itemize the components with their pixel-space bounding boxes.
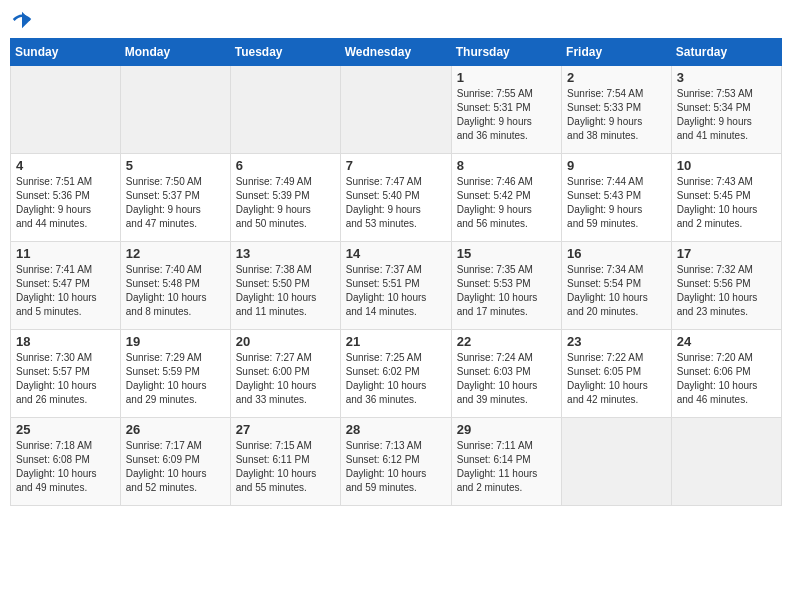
day-number: 14 bbox=[346, 246, 446, 261]
day-number: 2 bbox=[567, 70, 666, 85]
day-number: 16 bbox=[567, 246, 666, 261]
day-number: 6 bbox=[236, 158, 335, 173]
page-header bbox=[10, 10, 782, 30]
calendar-header-sunday: Sunday bbox=[11, 39, 121, 66]
day-info: Sunrise: 7:22 AMSunset: 6:05 PMDaylight:… bbox=[567, 351, 666, 407]
day-number: 3 bbox=[677, 70, 776, 85]
day-number: 29 bbox=[457, 422, 556, 437]
calendar-week-2: 4Sunrise: 7:51 AMSunset: 5:36 PMDaylight… bbox=[11, 154, 782, 242]
calendar-cell: 17Sunrise: 7:32 AMSunset: 5:56 PMDayligh… bbox=[671, 242, 781, 330]
day-info: Sunrise: 7:41 AMSunset: 5:47 PMDaylight:… bbox=[16, 263, 115, 319]
day-info: Sunrise: 7:37 AMSunset: 5:51 PMDaylight:… bbox=[346, 263, 446, 319]
day-info: Sunrise: 7:46 AMSunset: 5:42 PMDaylight:… bbox=[457, 175, 556, 231]
calendar-cell: 26Sunrise: 7:17 AMSunset: 6:09 PMDayligh… bbox=[120, 418, 230, 506]
day-number: 5 bbox=[126, 158, 225, 173]
logo bbox=[10, 10, 32, 30]
day-number: 22 bbox=[457, 334, 556, 349]
day-number: 19 bbox=[126, 334, 225, 349]
calendar-cell bbox=[340, 66, 451, 154]
calendar-cell: 3Sunrise: 7:53 AMSunset: 5:34 PMDaylight… bbox=[671, 66, 781, 154]
day-info: Sunrise: 7:43 AMSunset: 5:45 PMDaylight:… bbox=[677, 175, 776, 231]
day-info: Sunrise: 7:17 AMSunset: 6:09 PMDaylight:… bbox=[126, 439, 225, 495]
day-info: Sunrise: 7:55 AMSunset: 5:31 PMDaylight:… bbox=[457, 87, 556, 143]
day-number: 13 bbox=[236, 246, 335, 261]
logo-icon bbox=[12, 10, 32, 30]
calendar-cell: 1Sunrise: 7:55 AMSunset: 5:31 PMDaylight… bbox=[451, 66, 561, 154]
calendar-header-friday: Friday bbox=[562, 39, 672, 66]
calendar-cell: 23Sunrise: 7:22 AMSunset: 6:05 PMDayligh… bbox=[562, 330, 672, 418]
calendar-cell bbox=[562, 418, 672, 506]
day-number: 1 bbox=[457, 70, 556, 85]
day-info: Sunrise: 7:18 AMSunset: 6:08 PMDaylight:… bbox=[16, 439, 115, 495]
calendar-cell: 2Sunrise: 7:54 AMSunset: 5:33 PMDaylight… bbox=[562, 66, 672, 154]
day-number: 8 bbox=[457, 158, 556, 173]
calendar-cell: 22Sunrise: 7:24 AMSunset: 6:03 PMDayligh… bbox=[451, 330, 561, 418]
calendar-cell: 5Sunrise: 7:50 AMSunset: 5:37 PMDaylight… bbox=[120, 154, 230, 242]
day-info: Sunrise: 7:47 AMSunset: 5:40 PMDaylight:… bbox=[346, 175, 446, 231]
day-info: Sunrise: 7:50 AMSunset: 5:37 PMDaylight:… bbox=[126, 175, 225, 231]
calendar-cell: 13Sunrise: 7:38 AMSunset: 5:50 PMDayligh… bbox=[230, 242, 340, 330]
calendar-cell: 20Sunrise: 7:27 AMSunset: 6:00 PMDayligh… bbox=[230, 330, 340, 418]
day-info: Sunrise: 7:24 AMSunset: 6:03 PMDaylight:… bbox=[457, 351, 556, 407]
calendar-cell bbox=[120, 66, 230, 154]
day-number: 24 bbox=[677, 334, 776, 349]
day-number: 18 bbox=[16, 334, 115, 349]
calendar-cell: 6Sunrise: 7:49 AMSunset: 5:39 PMDaylight… bbox=[230, 154, 340, 242]
day-info: Sunrise: 7:11 AMSunset: 6:14 PMDaylight:… bbox=[457, 439, 556, 495]
calendar-header-saturday: Saturday bbox=[671, 39, 781, 66]
day-number: 10 bbox=[677, 158, 776, 173]
calendar-cell: 9Sunrise: 7:44 AMSunset: 5:43 PMDaylight… bbox=[562, 154, 672, 242]
day-number: 9 bbox=[567, 158, 666, 173]
calendar-cell: 15Sunrise: 7:35 AMSunset: 5:53 PMDayligh… bbox=[451, 242, 561, 330]
day-info: Sunrise: 7:51 AMSunset: 5:36 PMDaylight:… bbox=[16, 175, 115, 231]
day-info: Sunrise: 7:27 AMSunset: 6:00 PMDaylight:… bbox=[236, 351, 335, 407]
calendar-cell: 10Sunrise: 7:43 AMSunset: 5:45 PMDayligh… bbox=[671, 154, 781, 242]
day-number: 26 bbox=[126, 422, 225, 437]
calendar-cell: 16Sunrise: 7:34 AMSunset: 5:54 PMDayligh… bbox=[562, 242, 672, 330]
calendar-header-wednesday: Wednesday bbox=[340, 39, 451, 66]
day-info: Sunrise: 7:30 AMSunset: 5:57 PMDaylight:… bbox=[16, 351, 115, 407]
day-info: Sunrise: 7:29 AMSunset: 5:59 PMDaylight:… bbox=[126, 351, 225, 407]
day-info: Sunrise: 7:35 AMSunset: 5:53 PMDaylight:… bbox=[457, 263, 556, 319]
calendar-cell: 24Sunrise: 7:20 AMSunset: 6:06 PMDayligh… bbox=[671, 330, 781, 418]
day-number: 11 bbox=[16, 246, 115, 261]
calendar-cell: 19Sunrise: 7:29 AMSunset: 5:59 PMDayligh… bbox=[120, 330, 230, 418]
day-number: 20 bbox=[236, 334, 335, 349]
calendar-cell: 29Sunrise: 7:11 AMSunset: 6:14 PMDayligh… bbox=[451, 418, 561, 506]
calendar-cell bbox=[230, 66, 340, 154]
calendar-table: SundayMondayTuesdayWednesdayThursdayFrid… bbox=[10, 38, 782, 506]
day-number: 23 bbox=[567, 334, 666, 349]
calendar-cell: 25Sunrise: 7:18 AMSunset: 6:08 PMDayligh… bbox=[11, 418, 121, 506]
day-info: Sunrise: 7:49 AMSunset: 5:39 PMDaylight:… bbox=[236, 175, 335, 231]
day-number: 25 bbox=[16, 422, 115, 437]
calendar-header-monday: Monday bbox=[120, 39, 230, 66]
calendar-cell bbox=[671, 418, 781, 506]
calendar-cell: 4Sunrise: 7:51 AMSunset: 5:36 PMDaylight… bbox=[11, 154, 121, 242]
day-number: 27 bbox=[236, 422, 335, 437]
calendar-week-5: 25Sunrise: 7:18 AMSunset: 6:08 PMDayligh… bbox=[11, 418, 782, 506]
calendar-cell: 8Sunrise: 7:46 AMSunset: 5:42 PMDaylight… bbox=[451, 154, 561, 242]
day-number: 28 bbox=[346, 422, 446, 437]
day-info: Sunrise: 7:15 AMSunset: 6:11 PMDaylight:… bbox=[236, 439, 335, 495]
day-info: Sunrise: 7:20 AMSunset: 6:06 PMDaylight:… bbox=[677, 351, 776, 407]
calendar-header-row: SundayMondayTuesdayWednesdayThursdayFrid… bbox=[11, 39, 782, 66]
day-number: 15 bbox=[457, 246, 556, 261]
day-info: Sunrise: 7:44 AMSunset: 5:43 PMDaylight:… bbox=[567, 175, 666, 231]
calendar-cell: 28Sunrise: 7:13 AMSunset: 6:12 PMDayligh… bbox=[340, 418, 451, 506]
calendar-week-1: 1Sunrise: 7:55 AMSunset: 5:31 PMDaylight… bbox=[11, 66, 782, 154]
day-info: Sunrise: 7:53 AMSunset: 5:34 PMDaylight:… bbox=[677, 87, 776, 143]
calendar-cell: 12Sunrise: 7:40 AMSunset: 5:48 PMDayligh… bbox=[120, 242, 230, 330]
day-info: Sunrise: 7:54 AMSunset: 5:33 PMDaylight:… bbox=[567, 87, 666, 143]
calendar-week-3: 11Sunrise: 7:41 AMSunset: 5:47 PMDayligh… bbox=[11, 242, 782, 330]
calendar-header-thursday: Thursday bbox=[451, 39, 561, 66]
day-info: Sunrise: 7:34 AMSunset: 5:54 PMDaylight:… bbox=[567, 263, 666, 319]
calendar-header-tuesday: Tuesday bbox=[230, 39, 340, 66]
calendar-cell: 21Sunrise: 7:25 AMSunset: 6:02 PMDayligh… bbox=[340, 330, 451, 418]
day-number: 7 bbox=[346, 158, 446, 173]
calendar-cell bbox=[11, 66, 121, 154]
calendar-cell: 27Sunrise: 7:15 AMSunset: 6:11 PMDayligh… bbox=[230, 418, 340, 506]
calendar-cell: 7Sunrise: 7:47 AMSunset: 5:40 PMDaylight… bbox=[340, 154, 451, 242]
calendar-cell: 11Sunrise: 7:41 AMSunset: 5:47 PMDayligh… bbox=[11, 242, 121, 330]
day-info: Sunrise: 7:38 AMSunset: 5:50 PMDaylight:… bbox=[236, 263, 335, 319]
calendar-week-4: 18Sunrise: 7:30 AMSunset: 5:57 PMDayligh… bbox=[11, 330, 782, 418]
